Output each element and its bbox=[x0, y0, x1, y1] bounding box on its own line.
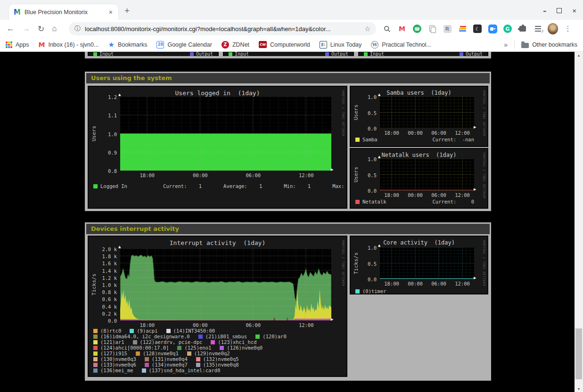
x-axis-arrow-icon: ▶ bbox=[474, 277, 476, 280]
legend-swatch bbox=[93, 368, 98, 373]
bookmark-linux-today[interactable]: lt Linux Today bbox=[320, 41, 362, 49]
bookmarks-overflow-chevron[interactable]: » bbox=[504, 41, 508, 49]
rrdtool-watermark: RRDTOOL / TOBI OETIKER bbox=[341, 90, 345, 136]
core-activity-graph[interactable]: Core activity (1day) Ticks/s (0)timer RR… bbox=[350, 236, 488, 294]
address-bar[interactable]: ⓘ localhost:8080/monitorix-cgi/monitorix… bbox=[69, 22, 376, 35]
y-tick-label: 1.0 bbox=[89, 131, 117, 137]
interrupts-section: Devices interrupt activity Interrupt act… bbox=[85, 222, 491, 381]
copy-icon bbox=[429, 25, 435, 32]
y-tick-label: 0.5 bbox=[351, 110, 377, 116]
legend-item: (132)nvme0q5 bbox=[196, 356, 239, 362]
reload-button[interactable]: ↻ bbox=[38, 24, 44, 34]
zoom-extension-icon[interactable] bbox=[487, 24, 498, 34]
scrollbar-thumb[interactable] bbox=[575, 328, 582, 379]
copy-extension-icon[interactable] bbox=[427, 24, 437, 34]
minimize-button[interactable]: – bbox=[543, 7, 546, 15]
search-extension-icon[interactable] bbox=[382, 24, 392, 34]
rrdtool-watermark: RRDTOOL / TOBI OETIKER bbox=[341, 240, 345, 286]
y-tick-label: 0.0 bbox=[89, 318, 117, 324]
graph-legend: Logged InCurrent: 1Average: 1Min: 1Max: … bbox=[93, 183, 342, 189]
nav-buttons: ← → ↻ ⌂ bbox=[7, 20, 57, 38]
phone-extension-icon[interactable]: ☎ bbox=[412, 24, 422, 34]
bookmark-bookmarks[interactable]: ★ Bookmarks bbox=[108, 41, 147, 49]
graph-title: Interrupt activity (1day) bbox=[89, 239, 346, 246]
y-tick-label: 0.5 bbox=[351, 172, 377, 178]
bookmark-practical-technology[interactable]: W Practical Technol... bbox=[371, 41, 431, 49]
x-tick-label: 06:00 bbox=[427, 192, 451, 198]
legend-item: (121)ar1 bbox=[93, 339, 124, 345]
scroll-up-arrow[interactable]: ▲ bbox=[575, 52, 583, 58]
legend-swatch bbox=[166, 329, 171, 333]
interrupt-activity-graph[interactable]: Interrupt activity (1day) Ticks/s (8)rtc… bbox=[88, 236, 347, 377]
legend-item: Current: 1 bbox=[163, 183, 202, 189]
section-title-users: Users using the system bbox=[86, 73, 490, 83]
x-tick-label: 18:00 bbox=[380, 192, 403, 198]
legend-swatch bbox=[130, 329, 134, 333]
r-extension-icon[interactable]: R bbox=[442, 24, 452, 34]
back-button[interactable]: ← bbox=[7, 24, 15, 33]
site-info-icon[interactable]: ⓘ bbox=[74, 24, 81, 33]
rrdtool-watermark: RRDTOOL / TOBI OETIKER bbox=[482, 153, 486, 198]
network-graph-partial-2[interactable]: Input Output bbox=[223, 52, 354, 56]
tab-strip: M Blue Precision Monitorix × + – × bbox=[0, 0, 583, 20]
gmail-icon: M bbox=[39, 41, 45, 49]
darkreader-extension-icon[interactable]: ☾ bbox=[472, 24, 483, 34]
x-tick-label: 12:00 bbox=[295, 172, 318, 178]
network-graph-partial-3[interactable]: Input Output bbox=[358, 52, 488, 56]
network-graph-partial-1[interactable]: Input Output bbox=[88, 52, 219, 56]
x-axis-arrow-icon: ▶ bbox=[474, 126, 476, 129]
bookmark-apps[interactable]: Apps bbox=[6, 41, 29, 48]
new-tab-button[interactable]: + bbox=[124, 6, 130, 16]
note-icon: ♪ bbox=[542, 28, 544, 33]
playlist-extension-icon[interactable]: ♪ bbox=[533, 24, 543, 34]
bookmark-zdnet[interactable]: Z ZDNet bbox=[222, 41, 249, 49]
x-tick-label: 00:00 bbox=[403, 281, 427, 286]
maximize-button[interactable] bbox=[557, 8, 562, 13]
input-swatch bbox=[93, 52, 97, 56]
scroll-down-arrow[interactable]: ▼ bbox=[575, 385, 583, 392]
legend-item: Current: -nan bbox=[432, 137, 474, 142]
extensions-puzzle-icon[interactable] bbox=[517, 24, 528, 34]
plot-area bbox=[120, 97, 331, 171]
legend-swatch bbox=[145, 357, 149, 361]
playlist-icon: ♪ bbox=[535, 26, 541, 32]
legend-swatch bbox=[211, 340, 215, 344]
y-axis-arrow-icon: ▲ bbox=[378, 93, 380, 97]
other-bookmarks[interactable]: Other bookmarks bbox=[521, 41, 577, 48]
r-badge-icon: R bbox=[443, 25, 452, 33]
close-window-button[interactable]: × bbox=[572, 7, 576, 15]
legend-item: (21)i801_smbus bbox=[198, 334, 247, 339]
home-button[interactable]: ⌂ bbox=[52, 24, 57, 33]
y-tick-label: 1.6 k bbox=[89, 261, 117, 266]
tab-close-icon[interactable]: × bbox=[107, 8, 115, 16]
grammarly-extension-icon[interactable]: G bbox=[502, 24, 513, 34]
input-swatch bbox=[364, 52, 368, 56]
legend-item: (124)ahci[0000:00:17.0] bbox=[93, 345, 169, 351]
bookmark-star-icon[interactable]: ☆ bbox=[364, 25, 370, 33]
bookmark-inbox[interactable]: M Inbox (16) - sjvn0... bbox=[39, 41, 99, 49]
legend-row: (136)mei_me(137)snd_hda_intel:card0 bbox=[93, 368, 342, 373]
legend-row: (133)nvme0q6(134)nvme0q7(135)nvme0q8 bbox=[93, 362, 342, 368]
forward-button[interactable]: → bbox=[22, 24, 30, 33]
books-extension-icon[interactable] bbox=[457, 24, 468, 34]
gmail-extension-icon[interactable]: M bbox=[397, 24, 407, 34]
browser-tab[interactable]: M Blue Precision Monitorix × bbox=[8, 4, 119, 20]
x-tick-label: 18:00 bbox=[135, 322, 159, 328]
profile-avatar[interactable] bbox=[548, 24, 558, 34]
legend-item: (128)nvme0q1 bbox=[136, 351, 179, 356]
legend-swatch bbox=[255, 335, 260, 339]
bookmark-computerworld[interactable]: CW Computerworld bbox=[259, 41, 310, 48]
page-scrollbar[interactable]: ▲ ▼ bbox=[575, 52, 583, 392]
legend-item: (133)nvme0q6 bbox=[93, 362, 136, 368]
users-logged-in-graph[interactable]: Users logged in (1day) Users Logged InCu… bbox=[88, 86, 347, 209]
netatalk-users-graph[interactable]: Netatalk users (1day) Users NetatalkCurr… bbox=[350, 148, 488, 209]
legend-swatch bbox=[145, 363, 149, 367]
legend-swatch bbox=[198, 335, 203, 339]
legend-item: (9)acpi bbox=[130, 328, 157, 334]
plot-area bbox=[380, 97, 474, 128]
bookmark-google-calendar[interactable]: 28 Google Calendar bbox=[156, 41, 212, 49]
y-tick-label: 1.8 k bbox=[89, 253, 117, 259]
samba-users-graph[interactable]: Samba users (1day) Users SambaCurrent: -… bbox=[350, 86, 488, 147]
browser-menu-button[interactable]: ⋮ bbox=[563, 24, 573, 34]
window-controls: – × bbox=[543, 7, 576, 15]
